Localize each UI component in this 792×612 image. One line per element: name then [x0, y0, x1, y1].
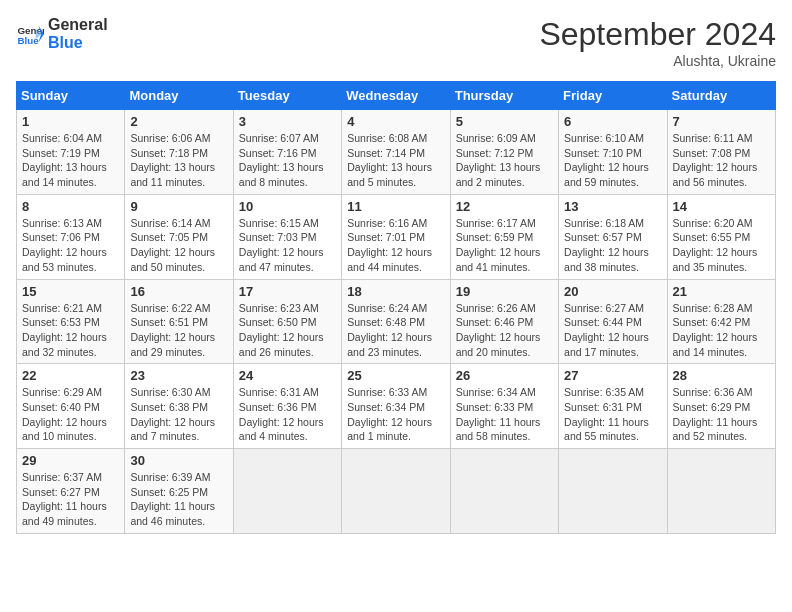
- calendar-cell: 24Sunrise: 6:31 AMSunset: 6:36 PMDayligh…: [233, 364, 341, 449]
- calendar-cell: [233, 449, 341, 534]
- day-header-wednesday: Wednesday: [342, 82, 450, 110]
- day-info: Sunrise: 6:28 AMSunset: 6:42 PMDaylight:…: [673, 301, 770, 360]
- calendar-cell: 14Sunrise: 6:20 AMSunset: 6:55 PMDayligh…: [667, 194, 775, 279]
- month-title: September 2024: [539, 16, 776, 53]
- calendar-cell: 29Sunrise: 6:37 AMSunset: 6:27 PMDayligh…: [17, 449, 125, 534]
- calendar-cell: 25Sunrise: 6:33 AMSunset: 6:34 PMDayligh…: [342, 364, 450, 449]
- day-number: 3: [239, 114, 336, 129]
- day-info: Sunrise: 6:36 AMSunset: 6:29 PMDaylight:…: [673, 385, 770, 444]
- day-info: Sunrise: 6:15 AMSunset: 7:03 PMDaylight:…: [239, 216, 336, 275]
- calendar-week-row: 22Sunrise: 6:29 AMSunset: 6:40 PMDayligh…: [17, 364, 776, 449]
- calendar-cell: 1Sunrise: 6:04 AMSunset: 7:19 PMDaylight…: [17, 110, 125, 195]
- day-info: Sunrise: 6:04 AMSunset: 7:19 PMDaylight:…: [22, 131, 119, 190]
- day-info: Sunrise: 6:13 AMSunset: 7:06 PMDaylight:…: [22, 216, 119, 275]
- calendar-cell: 30Sunrise: 6:39 AMSunset: 6:25 PMDayligh…: [125, 449, 233, 534]
- day-number: 29: [22, 453, 119, 468]
- day-number: 27: [564, 368, 661, 383]
- title-block: September 2024 Alushta, Ukraine: [539, 16, 776, 69]
- calendar-cell: 10Sunrise: 6:15 AMSunset: 7:03 PMDayligh…: [233, 194, 341, 279]
- calendar-cell: 5Sunrise: 6:09 AMSunset: 7:12 PMDaylight…: [450, 110, 558, 195]
- calendar-cell: 23Sunrise: 6:30 AMSunset: 6:38 PMDayligh…: [125, 364, 233, 449]
- calendar-cell: 13Sunrise: 6:18 AMSunset: 6:57 PMDayligh…: [559, 194, 667, 279]
- day-info: Sunrise: 6:37 AMSunset: 6:27 PMDaylight:…: [22, 470, 119, 529]
- day-info: Sunrise: 6:10 AMSunset: 7:10 PMDaylight:…: [564, 131, 661, 190]
- day-number: 15: [22, 284, 119, 299]
- calendar-cell: 3Sunrise: 6:07 AMSunset: 7:16 PMDaylight…: [233, 110, 341, 195]
- day-info: Sunrise: 6:34 AMSunset: 6:33 PMDaylight:…: [456, 385, 553, 444]
- calendar-cell: 20Sunrise: 6:27 AMSunset: 6:44 PMDayligh…: [559, 279, 667, 364]
- day-info: Sunrise: 6:16 AMSunset: 7:01 PMDaylight:…: [347, 216, 444, 275]
- day-info: Sunrise: 6:07 AMSunset: 7:16 PMDaylight:…: [239, 131, 336, 190]
- day-info: Sunrise: 6:21 AMSunset: 6:53 PMDaylight:…: [22, 301, 119, 360]
- day-header-tuesday: Tuesday: [233, 82, 341, 110]
- day-info: Sunrise: 6:30 AMSunset: 6:38 PMDaylight:…: [130, 385, 227, 444]
- day-info: Sunrise: 6:20 AMSunset: 6:55 PMDaylight:…: [673, 216, 770, 275]
- day-number: 10: [239, 199, 336, 214]
- calendar-cell: 6Sunrise: 6:10 AMSunset: 7:10 PMDaylight…: [559, 110, 667, 195]
- calendar-cell: 4Sunrise: 6:08 AMSunset: 7:14 PMDaylight…: [342, 110, 450, 195]
- logo-general: General: [48, 16, 108, 34]
- day-header-saturday: Saturday: [667, 82, 775, 110]
- calendar-cell: [450, 449, 558, 534]
- calendar-cell: 12Sunrise: 6:17 AMSunset: 6:59 PMDayligh…: [450, 194, 558, 279]
- day-info: Sunrise: 6:23 AMSunset: 6:50 PMDaylight:…: [239, 301, 336, 360]
- day-number: 1: [22, 114, 119, 129]
- logo-icon: General Blue: [16, 20, 44, 48]
- day-number: 22: [22, 368, 119, 383]
- calendar-header-row: SundayMondayTuesdayWednesdayThursdayFrid…: [17, 82, 776, 110]
- day-number: 2: [130, 114, 227, 129]
- day-info: Sunrise: 6:27 AMSunset: 6:44 PMDaylight:…: [564, 301, 661, 360]
- day-info: Sunrise: 6:17 AMSunset: 6:59 PMDaylight:…: [456, 216, 553, 275]
- day-number: 28: [673, 368, 770, 383]
- day-number: 18: [347, 284, 444, 299]
- calendar-cell: 16Sunrise: 6:22 AMSunset: 6:51 PMDayligh…: [125, 279, 233, 364]
- day-info: Sunrise: 6:08 AMSunset: 7:14 PMDaylight:…: [347, 131, 444, 190]
- day-number: 30: [130, 453, 227, 468]
- day-info: Sunrise: 6:31 AMSunset: 6:36 PMDaylight:…: [239, 385, 336, 444]
- day-info: Sunrise: 6:39 AMSunset: 6:25 PMDaylight:…: [130, 470, 227, 529]
- calendar-week-row: 8Sunrise: 6:13 AMSunset: 7:06 PMDaylight…: [17, 194, 776, 279]
- calendar-cell: 9Sunrise: 6:14 AMSunset: 7:05 PMDaylight…: [125, 194, 233, 279]
- day-info: Sunrise: 6:22 AMSunset: 6:51 PMDaylight:…: [130, 301, 227, 360]
- day-number: 26: [456, 368, 553, 383]
- day-info: Sunrise: 6:33 AMSunset: 6:34 PMDaylight:…: [347, 385, 444, 444]
- calendar-cell: 18Sunrise: 6:24 AMSunset: 6:48 PMDayligh…: [342, 279, 450, 364]
- day-number: 23: [130, 368, 227, 383]
- logo-blue: Blue: [48, 34, 108, 52]
- day-number: 6: [564, 114, 661, 129]
- page-header: General Blue General Blue September 2024…: [16, 16, 776, 69]
- calendar-cell: 19Sunrise: 6:26 AMSunset: 6:46 PMDayligh…: [450, 279, 558, 364]
- day-number: 8: [22, 199, 119, 214]
- calendar-cell: 26Sunrise: 6:34 AMSunset: 6:33 PMDayligh…: [450, 364, 558, 449]
- day-info: Sunrise: 6:11 AMSunset: 7:08 PMDaylight:…: [673, 131, 770, 190]
- calendar-cell: 17Sunrise: 6:23 AMSunset: 6:50 PMDayligh…: [233, 279, 341, 364]
- calendar-cell: [342, 449, 450, 534]
- day-number: 11: [347, 199, 444, 214]
- calendar-week-row: 15Sunrise: 6:21 AMSunset: 6:53 PMDayligh…: [17, 279, 776, 364]
- day-number: 20: [564, 284, 661, 299]
- calendar-cell: [559, 449, 667, 534]
- day-header-monday: Monday: [125, 82, 233, 110]
- calendar-cell: 8Sunrise: 6:13 AMSunset: 7:06 PMDaylight…: [17, 194, 125, 279]
- day-number: 12: [456, 199, 553, 214]
- calendar-cell: 11Sunrise: 6:16 AMSunset: 7:01 PMDayligh…: [342, 194, 450, 279]
- day-number: 5: [456, 114, 553, 129]
- calendar-cell: 15Sunrise: 6:21 AMSunset: 6:53 PMDayligh…: [17, 279, 125, 364]
- logo: General Blue General Blue: [16, 16, 108, 51]
- day-number: 13: [564, 199, 661, 214]
- day-info: Sunrise: 6:18 AMSunset: 6:57 PMDaylight:…: [564, 216, 661, 275]
- day-header-thursday: Thursday: [450, 82, 558, 110]
- day-header-friday: Friday: [559, 82, 667, 110]
- day-info: Sunrise: 6:14 AMSunset: 7:05 PMDaylight:…: [130, 216, 227, 275]
- day-number: 4: [347, 114, 444, 129]
- day-number: 7: [673, 114, 770, 129]
- calendar-cell: 22Sunrise: 6:29 AMSunset: 6:40 PMDayligh…: [17, 364, 125, 449]
- location-subtitle: Alushta, Ukraine: [539, 53, 776, 69]
- day-number: 25: [347, 368, 444, 383]
- day-info: Sunrise: 6:26 AMSunset: 6:46 PMDaylight:…: [456, 301, 553, 360]
- day-info: Sunrise: 6:35 AMSunset: 6:31 PMDaylight:…: [564, 385, 661, 444]
- calendar-table: SundayMondayTuesdayWednesdayThursdayFrid…: [16, 81, 776, 534]
- calendar-cell: 7Sunrise: 6:11 AMSunset: 7:08 PMDaylight…: [667, 110, 775, 195]
- day-info: Sunrise: 6:29 AMSunset: 6:40 PMDaylight:…: [22, 385, 119, 444]
- day-number: 16: [130, 284, 227, 299]
